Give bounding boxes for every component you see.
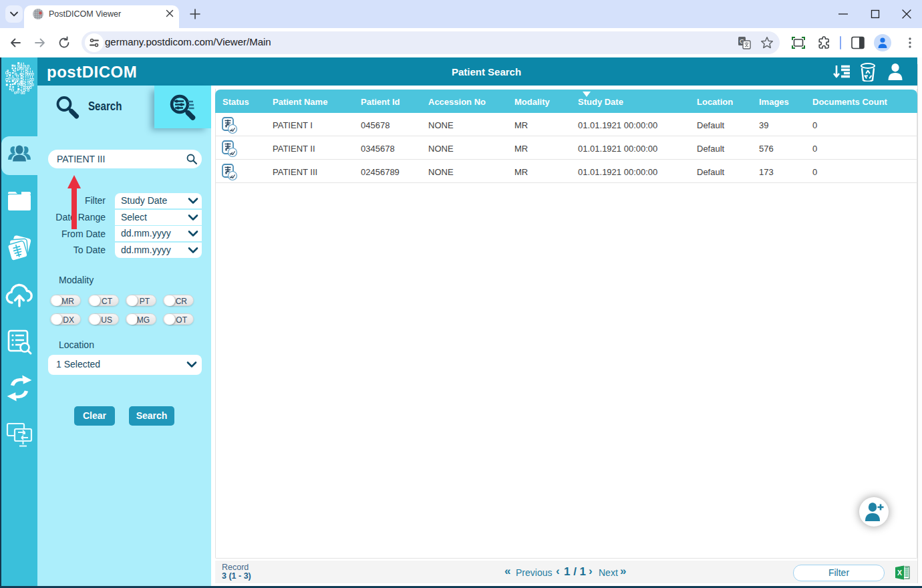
svg-text:X: X — [897, 569, 902, 577]
